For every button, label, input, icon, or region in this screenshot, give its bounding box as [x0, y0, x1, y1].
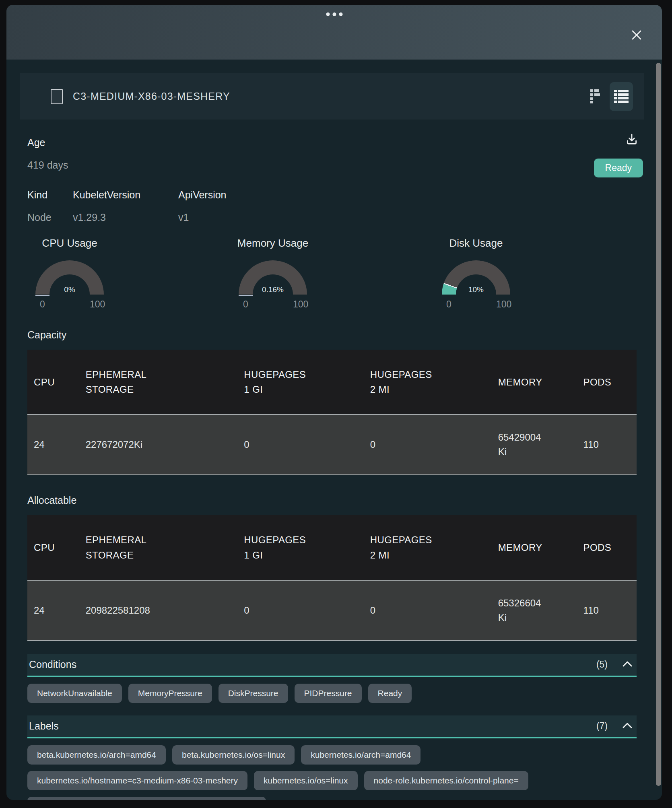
hugepages-2mi-value: 0 [364, 414, 492, 475]
age-section: Age 419 days Ready [27, 136, 637, 171]
gauge-min-label: 0 [239, 299, 253, 310]
ephemeral-storage-value: 227672072Ki [79, 414, 238, 475]
allocatable-title: Allocatable [27, 495, 637, 506]
gauge-title: Memory Usage [237, 237, 308, 249]
gauge-min-label: 0 [442, 299, 456, 310]
hugepages-2mi-value: 0 [364, 580, 492, 641]
gauge-arc: 0.16% [239, 260, 307, 295]
col-hugepages-1gi: HUGEPAGES 1 GI [237, 515, 363, 580]
col-ephemeral-storage: EPHEMERAL STORAGE [79, 350, 238, 414]
label-chip[interactable]: beta.kubernetes.io/arch=amd64 [27, 745, 166, 765]
age-label: Age [27, 136, 637, 148]
chevron-up-icon[interactable] [622, 722, 633, 730]
api-version-value: v1 [178, 211, 637, 223]
api-version-label: ApiVersion [178, 189, 637, 201]
node-title-bar: C3-MEDIUM-X86-03-MESHERY [20, 73, 644, 120]
ephemeral-storage-value: 209822581208 [79, 580, 238, 641]
col-cpu: CPU [27, 515, 79, 580]
gauge-arc: 10% [442, 260, 510, 295]
gauge-value-tick [239, 295, 253, 296]
label-chip[interactable]: node-role.kubernetes.io/control-plane= [364, 771, 528, 790]
label-chip[interactable]: node.kubernetes.io/exclude-from-external… [27, 797, 266, 800]
download-icon[interactable] [625, 133, 639, 147]
label-chip[interactable]: kubernetes.io/arch=amd64 [301, 745, 421, 765]
modal-content: Age 419 days Ready Kind Node KubeletVers… [27, 136, 637, 800]
label-chip[interactable]: kubernetes.io/os=linux [254, 771, 358, 790]
col-ephemeral-storage: EPHEMERAL STORAGE [79, 515, 238, 580]
condition-chip[interactable]: Ready [368, 684, 412, 703]
gauge-max-label: 100 [293, 299, 307, 310]
capacity-table: CPU EPHEMERAL STORAGE HUGEPAGES 1 GI HUG… [27, 350, 637, 475]
col-memory: MEMORY [492, 515, 577, 580]
label-chip[interactable]: kubernetes.io/hostname=c3-medium-x86-03-… [27, 771, 247, 790]
conditions-chips: NetworkUnavailable MemoryPressure DiskPr… [27, 684, 637, 703]
capacity-data-row: 24 227672072Ki 0 0 65429004Ki 110 [27, 414, 637, 475]
allocatable-header-row: CPU EPHEMERAL STORAGE HUGEPAGES 1 GI HUG… [27, 515, 637, 580]
gauge-scale: 0 100 [239, 299, 307, 310]
age-value: 419 days [27, 159, 637, 171]
memory-usage-gauge: Memory Usage 0.16% 0 100 [231, 237, 315, 310]
gauge-value-tick [35, 295, 49, 296]
condition-chip[interactable]: PIDPressure [295, 684, 362, 703]
pods-value: 110 [577, 414, 637, 475]
label-chip[interactable]: beta.kubernetes.io/os=linux [172, 745, 295, 765]
col-hugepages-2mi: HUGEPAGES 2 MI [364, 515, 492, 580]
gauge-max-label: 100 [496, 299, 510, 310]
labels-count: (7) [596, 721, 608, 732]
tree-view-icon[interactable] [589, 88, 601, 105]
gauge-arc: 0% [35, 260, 104, 295]
col-memory: MEMORY [492, 350, 577, 414]
gauge-min-label: 0 [35, 299, 49, 310]
hugepages-1gi-value: 0 [237, 580, 363, 641]
gauge-title: CPU Usage [42, 237, 97, 249]
drag-handle-icon[interactable] [326, 12, 342, 16]
capacity-header-row: CPU EPHEMERAL STORAGE HUGEPAGES 1 GI HUG… [27, 350, 637, 414]
node-title: C3-MEDIUM-X86-03-MESHERY [73, 91, 230, 102]
col-hugepages-2mi: HUGEPAGES 2 MI [364, 350, 492, 414]
conditions-title: Conditions [29, 659, 76, 670]
labels-title: Labels [29, 720, 59, 732]
kind-value: Node [27, 211, 73, 223]
gauge-scale: 0 100 [442, 299, 510, 310]
pods-value: 110 [577, 580, 637, 641]
gauge-title: Disk Usage [449, 237, 503, 249]
kind-section: Kind Node KubeletVersion v1.29.3 ApiVers… [27, 189, 637, 223]
kubelet-version-value: v1.29.3 [73, 211, 178, 223]
view-toggle-group [589, 82, 644, 111]
dot [332, 12, 336, 16]
kubelet-version-label: KubeletVersion [73, 189, 178, 201]
chevron-up-icon[interactable] [622, 660, 633, 669]
dot [339, 12, 342, 16]
cpu-usage-gauge: CPU Usage 0% 0 100 [27, 237, 112, 310]
kind-label: Kind [27, 189, 73, 201]
cpu-value: 24 [27, 580, 79, 641]
status-badge: Ready [594, 159, 643, 177]
modal-scrollbar[interactable] [656, 63, 661, 786]
close-icon[interactable] [630, 28, 643, 42]
memory-value: 65429004Ki [492, 414, 577, 475]
col-pods: PODS [577, 515, 637, 580]
gauge-max-label: 100 [90, 299, 104, 310]
capacity-title: Capacity [27, 329, 637, 341]
gauge-value-label: 0.16% [239, 285, 307, 294]
gauge-value-label: 0% [35, 285, 104, 294]
node-details-modal: C3-MEDIUM-X86-03-MESHERY [6, 5, 662, 800]
page-background: C3-MEDIUM-X86-03-MESHERY [0, 0, 672, 808]
gauge-scale: 0 100 [35, 299, 104, 310]
labels-section-bar: Labels (7) [27, 715, 637, 738]
allocatable-data-row: 24 209822581208 0 0 65326604Ki 110 [27, 580, 637, 641]
list-view-icon[interactable] [610, 82, 633, 111]
hugepages-1gi-value: 0 [237, 414, 363, 475]
condition-chip[interactable]: NetworkUnavailable [27, 684, 122, 703]
cpu-value: 24 [27, 414, 79, 475]
usage-gauges: CPU Usage 0% 0 100 Memory Usage [27, 237, 518, 310]
col-hugepages-1gi: HUGEPAGES 1 GI [237, 350, 363, 414]
condition-chip[interactable]: DiskPressure [219, 684, 288, 703]
disk-usage-gauge: Disk Usage 10% 0 100 [434, 237, 518, 310]
modal-header [6, 5, 662, 60]
node-checkbox[interactable] [51, 89, 63, 104]
gauge-value-label: 10% [442, 285, 510, 294]
conditions-section-bar: Conditions (5) [27, 654, 637, 677]
condition-chip[interactable]: MemoryPressure [128, 684, 212, 703]
conditions-count: (5) [596, 659, 608, 670]
